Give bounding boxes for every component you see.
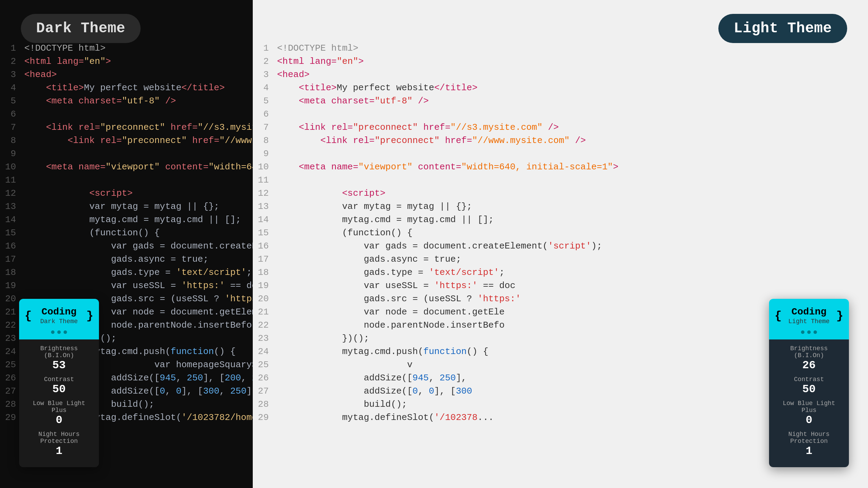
lcode-line-11: 11 (253, 174, 868, 187)
coding-card-light[interactable]: { Coding Light Theme } Brightness (B.I.O… (769, 299, 849, 467)
code-line-12: 12 <script> (0, 187, 253, 200)
lcode-line-1: 1 <!DOCTYPE html> (253, 42, 868, 55)
code-line-4: 4 <title>My perfect website</title> (0, 81, 253, 94)
code-line-1: 1 <!DOCTYPE html> (0, 42, 253, 55)
code-line-10: 10 <meta name="viewport" content="width=… (0, 160, 253, 174)
coding-card-header-dark: { Coding Dark Theme } (19, 299, 99, 330)
lcode-line-2: 2 <html lang="en"> (253, 55, 868, 68)
lcode-line-19: 19 var useSSL = 'https:' == doc (253, 279, 868, 292)
code-line-3: 3 <head> (0, 68, 253, 81)
lcode-line-8: 8 <link rel="preconnect" href="//www.mys… (253, 134, 868, 147)
lcode-line-17: 17 gads.async = true; (253, 253, 868, 266)
lcode-line-9: 9 (253, 147, 868, 160)
lcode-line-14: 14 mytag.cmd = mytag.cmd || []; (253, 213, 868, 226)
code-line-14: 14 mytag.cmd = mytag.cmd || []; (0, 213, 253, 226)
coding-card-body-dark: Brightness (B.I.On) 53 Contrast 50 Low B… (19, 339, 99, 467)
code-line-5: 5 <meta charset="utf-8" /> (0, 94, 253, 108)
coding-card-header-light: { Coding Light Theme } (769, 299, 849, 330)
lcode-line-18: 18 gads.type = 'text/script'; (253, 266, 868, 279)
lcode-line-13: 13 var mytag = mytag || {}; (253, 200, 868, 213)
code-line-9: 9 (0, 147, 253, 160)
code-line-17: 17 gads.async = true; (0, 253, 253, 266)
lcode-line-10: 10 <meta name="viewport" content="width=… (253, 160, 868, 174)
lcode-line-5: 5 <meta charset="utf-8" /> (253, 94, 868, 108)
code-line-8: 8 <link rel="preconnect" href="//www.mys… (0, 134, 253, 147)
light-theme-label: Light Theme (718, 14, 847, 43)
light-theme-panel: Light Theme 1 <!DOCTYPE html> 2 <html la… (253, 0, 868, 488)
lcode-line-15: 15 (function() { (253, 226, 868, 239)
coding-card-body-light: Brightness (B.I.On) 26 Contrast 50 Low B… (769, 339, 849, 467)
code-line-11: 11 (0, 174, 253, 187)
code-line-19: 19 var useSSL = 'https:' == document.loc… (0, 279, 253, 292)
lcode-line-16: 16 var gads = document.createElement('sc… (253, 239, 868, 253)
code-line-7: 7 <link rel="preconnect" href="//s3.mysi… (0, 121, 253, 134)
code-line-6: 6 (0, 108, 253, 121)
lcode-line-6: 6 (253, 108, 868, 121)
code-line-15: 15 (function() { (0, 226, 253, 239)
code-line-18: 18 gads.type = 'text/script'; (0, 266, 253, 279)
coding-card-dark[interactable]: { Coding Dark Theme } Brightness (B.I.On… (19, 299, 99, 467)
code-line-13: 13 var mytag = mytag || {}; (0, 200, 253, 213)
dark-theme-label: Dark Theme (21, 14, 141, 43)
lcode-line-4: 4 <title>My perfect website</title> (253, 81, 868, 94)
lcode-line-12: 12 <script> (253, 187, 868, 200)
lcode-line-7: 7 <link rel="preconnect" href="//s3.mysi… (253, 121, 868, 134)
code-line-16: 16 var gads = document.createElement('sc… (0, 239, 253, 253)
dark-theme-panel: Dark Theme 1 <!DOCTYPE html> 2 <html lan… (0, 0, 253, 488)
code-line-2: 2 <html lang="en"> (0, 55, 253, 68)
lcode-line-3: 3 <head> (253, 68, 868, 81)
